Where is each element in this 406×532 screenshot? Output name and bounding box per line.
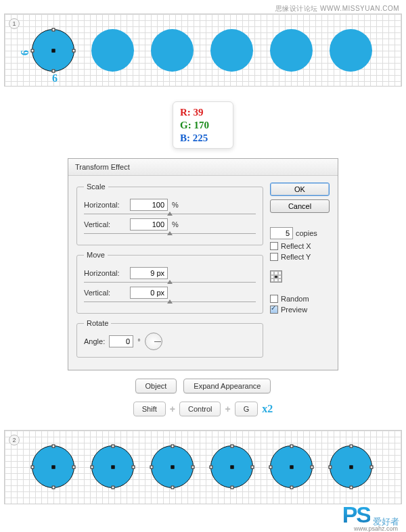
dimension-height: 6 bbox=[19, 50, 31, 55]
key-g: G bbox=[235, 402, 258, 416]
object-menu-button[interactable]: Object bbox=[135, 379, 177, 393]
move-h-label: Horizontal: bbox=[84, 269, 126, 277]
rotate-group: Rotate Angle: ° bbox=[76, 319, 263, 358]
scale-group: Scale Horizontal: % Vertical: % bbox=[76, 183, 263, 245]
angle-input[interactable] bbox=[109, 335, 133, 347]
dimension-width: 6 bbox=[52, 72, 58, 84]
circle-copy[interactable] bbox=[330, 29, 372, 72]
watermark-url: www.psahz.com bbox=[354, 525, 398, 532]
plus-icon: + bbox=[170, 404, 175, 414]
header-site: 思缘设计论坛 WWW.MISSYUAN.COM bbox=[275, 4, 399, 14]
watermark-logo: PS 爱好者 bbox=[342, 502, 399, 528]
random-label: Random bbox=[281, 295, 309, 303]
scale-h-slider[interactable] bbox=[84, 214, 256, 214]
preview-checkbox[interactable] bbox=[270, 306, 278, 314]
anchor-grid[interactable] bbox=[270, 270, 282, 283]
scale-legend: Scale bbox=[84, 183, 108, 191]
angle-unit: ° bbox=[137, 337, 140, 345]
canvas-step-2: 2 bbox=[4, 430, 402, 504]
angle-label: Angle: bbox=[84, 337, 105, 345]
scale-v-unit: % bbox=[172, 220, 185, 228]
move-group: Move Horizontal: Vertical: bbox=[76, 251, 263, 314]
cancel-button[interactable]: Cancel bbox=[270, 199, 330, 213]
reflect-x-label: Reflect X bbox=[281, 242, 311, 250]
key-control: Control bbox=[179, 402, 221, 416]
scale-h-input[interactable] bbox=[130, 199, 168, 211]
circle-copy[interactable] bbox=[270, 29, 313, 72]
move-h-slider[interactable] bbox=[84, 282, 256, 283]
copies-input[interactable] bbox=[270, 227, 293, 239]
move-legend: Move bbox=[84, 251, 108, 259]
circle-copy[interactable] bbox=[210, 29, 253, 72]
move-h-input[interactable] bbox=[130, 267, 168, 279]
circle-selected[interactable] bbox=[32, 29, 74, 72]
move-v-slider[interactable] bbox=[84, 301, 256, 302]
circle-copy[interactable] bbox=[151, 29, 194, 72]
canvas-step-1: 1 6 6 bbox=[4, 14, 402, 87]
step-number-badge: 1 bbox=[9, 18, 20, 29]
shortcut-row: Shift + Control + G x2 bbox=[68, 402, 338, 416]
circle-selected[interactable] bbox=[91, 445, 134, 488]
move-v-label: Vertical: bbox=[84, 289, 126, 297]
rgb-g-value: G: 170 bbox=[180, 119, 226, 132]
rgb-r-value: R: 39 bbox=[180, 106, 226, 119]
copies-label: copies bbox=[296, 229, 317, 237]
reflect-x-checkbox[interactable] bbox=[270, 242, 278, 250]
reflect-y-label: Reflect Y bbox=[281, 253, 311, 261]
scale-v-slider[interactable] bbox=[84, 233, 256, 234]
scale-h-unit: % bbox=[172, 201, 185, 209]
rgb-info-box: R: 39 G: 170 B: 225 bbox=[173, 101, 233, 149]
scale-v-input[interactable] bbox=[130, 218, 168, 231]
circles-row bbox=[32, 445, 372, 488]
expand-appearance-button[interactable]: Expand Appearance bbox=[183, 379, 271, 393]
times-two-label: x2 bbox=[262, 403, 273, 415]
reflect-y-checkbox[interactable] bbox=[270, 253, 278, 261]
random-checkbox[interactable] bbox=[270, 295, 278, 303]
ok-button[interactable]: OK bbox=[270, 183, 330, 196]
circle-selected[interactable] bbox=[32, 445, 74, 488]
circle-copy[interactable] bbox=[91, 29, 134, 72]
preview-label: Preview bbox=[281, 306, 307, 314]
rgb-b-value: B: 225 bbox=[180, 132, 226, 145]
scale-h-label: Horizontal: bbox=[84, 201, 126, 209]
circle-selected[interactable] bbox=[210, 445, 253, 488]
plus-icon: + bbox=[225, 404, 230, 414]
move-v-input[interactable] bbox=[130, 287, 168, 299]
circle-selected[interactable] bbox=[270, 445, 313, 488]
circle-selected[interactable] bbox=[330, 445, 372, 488]
step-number-badge: 2 bbox=[9, 435, 20, 445]
angle-dial[interactable] bbox=[145, 333, 162, 350]
circles-row bbox=[32, 29, 372, 72]
key-shift: Shift bbox=[133, 402, 166, 416]
transform-effect-dialog: Transform Effect Scale Horizontal: % Ver… bbox=[68, 158, 338, 370]
rotate-legend: Rotate bbox=[84, 319, 111, 327]
circle-selected[interactable] bbox=[151, 445, 194, 488]
scale-v-label: Vertical: bbox=[84, 220, 126, 228]
dialog-title: Transform Effect bbox=[68, 159, 338, 176]
